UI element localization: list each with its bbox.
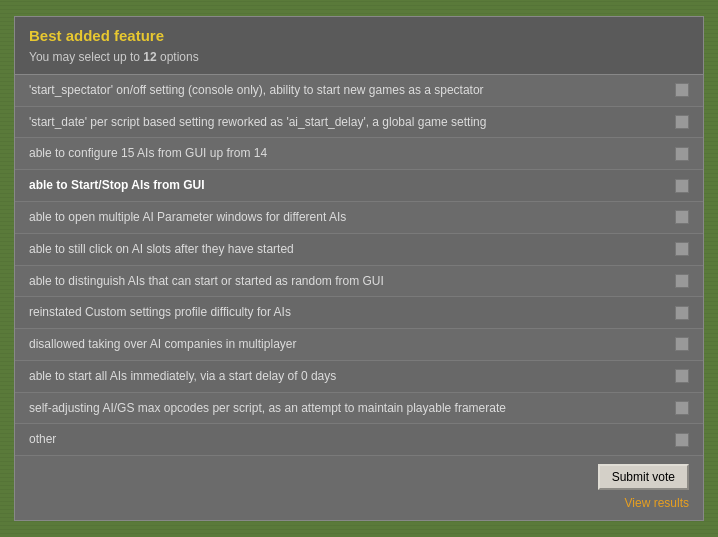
option-text-4: able to Start/Stop AIs from GUI [29, 177, 675, 194]
option-checkbox-8[interactable] [675, 306, 689, 320]
poll-option: able to still click on AI slots after th… [15, 234, 703, 266]
poll-option: able to Start/Stop AIs from GUI [15, 170, 703, 202]
poll-options: 'start_spectator' on/off setting (consol… [15, 75, 703, 457]
option-text-10: able to start all AIs immediately, via a… [29, 368, 675, 385]
subtitle-suffix: options [157, 50, 199, 64]
option-text-12: other [29, 431, 675, 448]
poll-option: able to open multiple AI Parameter windo… [15, 202, 703, 234]
poll-option: able to configure 15 AIs from GUI up fro… [15, 138, 703, 170]
poll-container: Best added feature You may select up to … [14, 16, 704, 522]
option-checkbox-6[interactable] [675, 242, 689, 256]
option-checkbox-5[interactable] [675, 210, 689, 224]
option-checkbox-7[interactable] [675, 274, 689, 288]
option-checkbox-11[interactable] [675, 401, 689, 415]
submit-row: Submit vote [29, 464, 689, 490]
option-text-1: 'start_spectator' on/off setting (consol… [29, 82, 675, 99]
option-checkbox-10[interactable] [675, 369, 689, 383]
subtitle-prefix: You may select up to [29, 50, 143, 64]
poll-option: disallowed taking over AI companies in m… [15, 329, 703, 361]
option-text-7: able to distinguish AIs that can start o… [29, 273, 675, 290]
poll-option: self-adjusting AI/GS max opcodes per scr… [15, 393, 703, 425]
submit-vote-button[interactable]: Submit vote [598, 464, 689, 490]
option-text-2: 'start_date' per script based setting re… [29, 114, 675, 131]
poll-footer: Submit vote View results [15, 456, 703, 520]
poll-option: other [15, 424, 703, 456]
subtitle-count: 12 [143, 50, 156, 64]
poll-option: reinstated Custom settings profile diffi… [15, 297, 703, 329]
option-text-11: self-adjusting AI/GS max opcodes per scr… [29, 400, 675, 417]
option-checkbox-4[interactable] [675, 179, 689, 193]
option-text-6: able to still click on AI slots after th… [29, 241, 675, 258]
poll-option: 'start_date' per script based setting re… [15, 107, 703, 139]
option-text-5: able to open multiple AI Parameter windo… [29, 209, 675, 226]
option-text-8: reinstated Custom settings profile diffi… [29, 304, 675, 321]
poll-option: able to distinguish AIs that can start o… [15, 266, 703, 298]
poll-title: Best added feature [29, 27, 689, 44]
poll-option: 'start_spectator' on/off setting (consol… [15, 75, 703, 107]
view-results-row: View results [29, 496, 689, 510]
option-checkbox-2[interactable] [675, 115, 689, 129]
option-text-3: able to configure 15 AIs from GUI up fro… [29, 145, 675, 162]
view-results-link[interactable]: View results [625, 496, 689, 510]
option-checkbox-12[interactable] [675, 433, 689, 447]
option-checkbox-3[interactable] [675, 147, 689, 161]
poll-header: Best added feature You may select up to … [15, 17, 703, 75]
poll-option: able to start all AIs immediately, via a… [15, 361, 703, 393]
option-checkbox-1[interactable] [675, 83, 689, 97]
option-checkbox-9[interactable] [675, 337, 689, 351]
option-text-9: disallowed taking over AI companies in m… [29, 336, 675, 353]
poll-subtitle: You may select up to 12 options [29, 50, 689, 64]
